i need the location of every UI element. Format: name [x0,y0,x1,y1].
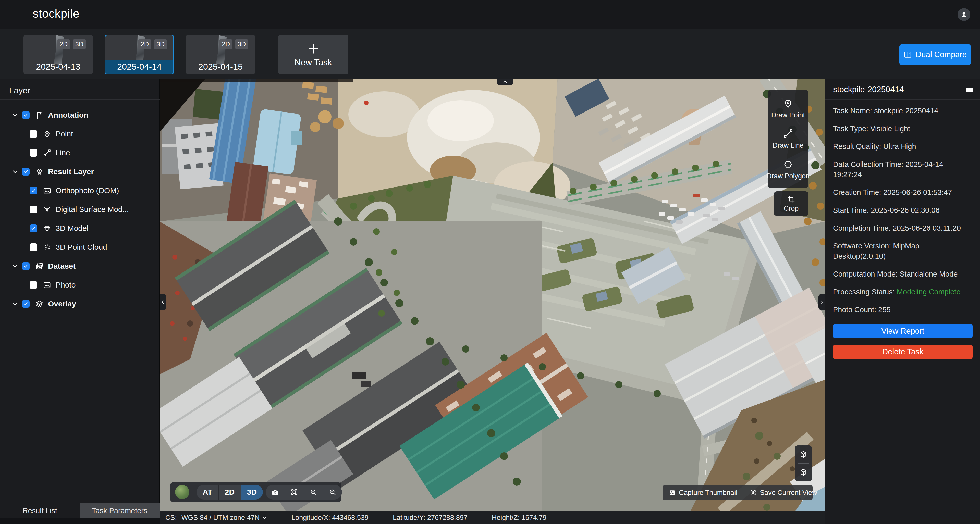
field-data-collection-time: Data Collection Time: 2025-04-14 19:27:2… [833,159,973,179]
layer-checkbox[interactable] [30,187,37,194]
cube-icon[interactable] [799,468,808,477]
layer-label: 3D Point Cloud [56,243,107,251]
view-mode-switcher: AT2D3D [197,485,263,500]
layer-tree-item-3d-model[interactable]: 3D Model [0,219,159,238]
view-mode-3d[interactable]: 3D [241,485,263,500]
save-current-view-button[interactable]: Save Current View [743,489,823,497]
layer-tree-item-annotation[interactable]: Annotation [0,106,159,124]
badge-3d[interactable]: 3D [154,39,167,49]
field-computation-mode: Computation Mode: Standalone Mode [833,269,973,279]
layer-tree-item-photo[interactable]: Photo [0,276,159,294]
field-label: Task Name: [833,106,872,115]
layer-tree-item-dataset[interactable]: Dataset [0,257,159,276]
map-toolbar: AT2D3D [170,482,342,502]
map-tool-buttons [266,485,342,500]
cube-icon[interactable] [799,450,808,459]
layer-checkbox[interactable] [30,281,37,289]
badge-3d[interactable]: 3D [73,39,86,49]
layer-checkbox[interactable] [30,224,37,232]
folder-icon[interactable] [965,85,974,94]
layer-checkbox[interactable] [22,262,30,270]
draw-polygon-button[interactable]: Draw Polygon [768,159,808,180]
field-value: stockpile-20250414 [874,106,939,115]
cs-selector[interactable]: WGS 84 / UTM zone 47N [181,514,267,522]
field-label: Task Type: [833,124,868,133]
fit-view-button[interactable] [285,485,304,500]
task-card[interactable]: 2D3D2025-04-14 [105,35,174,75]
task-fields: Task Name: stockpile-20250414Task Type: … [833,106,973,322]
aerial-map-scene [159,79,825,511]
layer-checkbox[interactable] [22,111,30,119]
layer-checkbox[interactable] [22,168,30,176]
layer-checkbox[interactable] [22,300,30,308]
badge-2d[interactable]: 2D [138,39,151,49]
new-task-label: New Task [294,57,332,67]
collapse-right-panel-tab[interactable] [818,294,825,310]
user-avatar[interactable] [958,8,970,21]
task-date-label: 2025-04-14 [105,60,173,74]
layer-tree-item-result-layer[interactable]: Result Layer [0,162,159,181]
layer-tree-item-point[interactable]: Point [0,124,159,143]
task-card[interactable]: 2D3D2025-04-15 [186,35,255,75]
photo-icon [43,281,51,289]
collapse-taskbar-tab[interactable] [497,79,513,85]
map-viewport[interactable]: Draw PointDraw LineDraw Polygon Crop Cap… [159,79,825,511]
layer-tree-item-overlay[interactable]: Overlay [0,294,159,313]
view-mode-2d[interactable]: 2D [219,485,241,500]
chevron-up-icon [502,79,508,85]
home-icon[interactable] [13,8,27,21]
badge-3d[interactable]: 3D [235,39,248,49]
layer-tree-item-digital-surface-mod[interactable]: Digital Surface Mod... [0,200,159,219]
mini-map-globe[interactable] [175,485,189,499]
task-card-list: 2D3D2025-04-132D3D2025-04-142D3D2025-04-… [24,35,348,75]
draw-line-button[interactable]: Draw Line [768,128,808,149]
sidebar-tabs: Result ListTask Parameters [0,503,159,518]
new-task-button[interactable]: New Task [278,35,348,75]
plus-icon [307,42,320,56]
draw-tool-label: Draw Line [773,141,803,149]
latitude-value: Latitude/Y: 2767288.897 [393,514,468,522]
chevron-down-icon[interactable] [11,111,19,119]
capture-thumbnail-button[interactable]: Capture Thumbnail [662,489,743,497]
field-value: 2025-06-26 03:11:20 [893,224,961,232]
field-result-quality: Result Quality: Ultra High [833,141,973,152]
zoom-out-icon [328,488,337,496]
view-report-button[interactable]: View Report [833,324,973,338]
screenshot-button[interactable] [266,485,285,500]
dual-compare-button[interactable]: Dual Compare [899,44,971,65]
line-icon [43,149,51,157]
badge-2d[interactable]: 2D [57,39,70,49]
collapse-sidebar-tab[interactable] [159,294,166,310]
field-photo-count: Photo Count: 255 [833,305,973,315]
points-icon [43,243,51,251]
field-value: Visible Light [870,124,910,133]
chevron-down-icon[interactable] [11,262,19,270]
layer-checkbox[interactable] [30,130,37,138]
delete-task-button[interactable]: Delete Task [833,345,973,359]
task-card[interactable]: 2D3D2025-04-13 [24,35,93,75]
layer-tree-item-orthophoto-dom[interactable]: Orthophoto (DOM) [0,181,159,200]
image-icon [43,186,51,195]
chevron-down-icon[interactable] [11,168,19,176]
tab-result-list[interactable]: Result List [0,503,80,518]
layer-checkbox[interactable] [30,243,37,251]
view-mode-at[interactable]: AT [197,485,219,500]
chevron-down-icon[interactable] [11,300,19,308]
layer-label: Annotation [48,111,88,119]
layer-checkbox[interactable] [30,206,37,213]
camera-icon [271,488,279,496]
layer-tree-item-3d-point-cloud[interactable]: 3D Point Cloud [0,238,159,257]
crop-tool-button[interactable]: Crop [774,191,808,216]
dual-compare-icon [904,50,912,59]
draw-point-button[interactable]: Draw Point [768,98,808,119]
badge-2d[interactable]: 2D [219,39,232,49]
field-software-version: Software Version: MipMap Desktop(2.0.10) [833,241,973,261]
layer-tree-item-line[interactable]: Line [0,143,159,162]
tab-task-parameters[interactable]: Task Parameters [80,503,160,518]
zoom-out-button[interactable] [323,485,342,500]
zoom-in-button[interactable] [304,485,323,500]
chevron-down-icon [262,515,267,521]
frame-icon [290,488,298,496]
pin-icon [43,130,51,138]
layer-checkbox[interactable] [30,149,37,157]
